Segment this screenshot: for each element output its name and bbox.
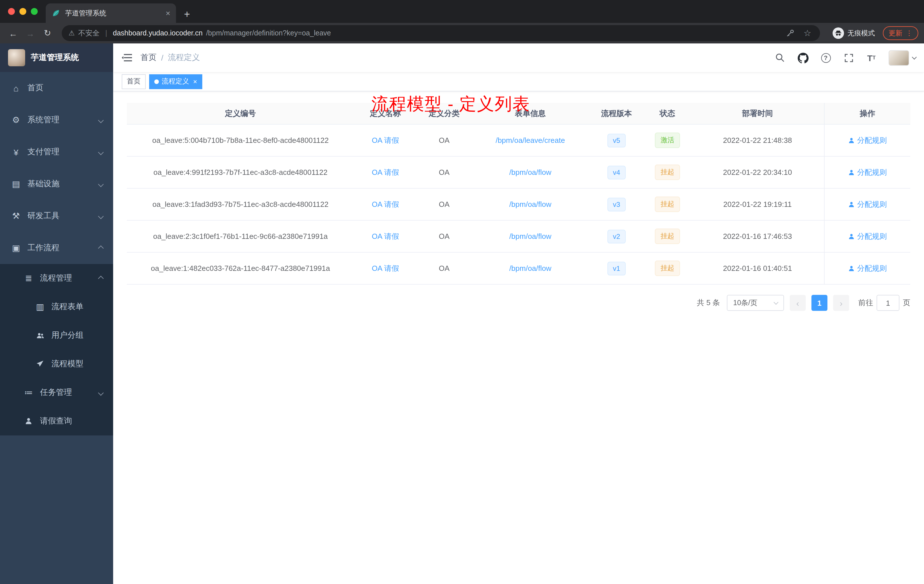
version-badge: v1 — [607, 261, 626, 275]
security-label[interactable]: 不安全 — [78, 28, 100, 38]
font-size-icon[interactable]: TT — [866, 52, 877, 63]
col-header-actions: 操作 — [824, 103, 910, 124]
assign-rule-button[interactable]: 分配规则 — [848, 231, 887, 241]
cell-definition-id: oa_leave:4:991f2193-7b7f-11ec-a3c8-acde4… — [127, 168, 354, 177]
person-icon — [848, 233, 855, 240]
form-link[interactable]: /bpm/oa/flow — [509, 264, 551, 272]
github-icon[interactable] — [797, 52, 808, 63]
status-badge: 挂起 — [655, 229, 680, 244]
form-link[interactable]: /bpm/oa/leave/create — [496, 136, 565, 145]
col-header-category: 定义分类 — [417, 108, 472, 119]
search-icon[interactable] — [774, 52, 786, 63]
prev-page-button[interactable]: ‹ — [790, 295, 806, 311]
sidebar-item-process-form[interactable]: ▥ 流程表单 — [0, 292, 113, 321]
form-link[interactable]: /bpm/oa/flow — [509, 168, 551, 177]
status-badge: 挂起 — [655, 196, 680, 212]
version-badge: v3 — [607, 198, 626, 211]
breadcrumb-home[interactable]: 首页 — [140, 53, 157, 63]
cell-definition-id: oa_leave:2:3c1f0ef1-76b1-11ec-9c66-a2380… — [127, 232, 354, 241]
version-badge: v5 — [607, 134, 626, 147]
definition-name-link[interactable]: OA 请假 — [372, 264, 399, 272]
assign-rule-button[interactable]: 分配规则 — [848, 263, 887, 274]
workflow-submenu: ≣ 流程管理 ▥ 流程表单 用户分组 — [0, 264, 113, 436]
tag-home[interactable]: 首页 — [122, 74, 146, 89]
sidebar-item-user-group[interactable]: 用户分组 — [0, 321, 113, 350]
sidebar-item-process-mgmt[interactable]: ≣ 流程管理 — [0, 264, 113, 292]
breadcrumb-separator: / — [161, 53, 163, 62]
avatar — [889, 50, 909, 66]
help-icon[interactable]: ? — [820, 52, 832, 63]
assign-rule-button[interactable]: 分配规则 — [848, 167, 887, 177]
browser-update-button[interactable]: 更新 ⋮ — [883, 26, 918, 40]
page-goto-input[interactable] — [876, 295, 899, 311]
main-pane: 首页 / 流程定义 ? T — [113, 43, 924, 584]
menu-kebab-icon[interactable]: ⋮ — [906, 29, 912, 37]
cell-deploy-time: 2022-01-22 20:34:10 — [691, 168, 824, 177]
person-icon — [848, 201, 855, 208]
col-header-form: 表单信息 — [472, 108, 589, 119]
definition-name-link[interactable]: OA 请假 — [372, 232, 399, 240]
user-avatar-menu[interactable] — [889, 50, 916, 66]
sidebar-item-process-model[interactable]: 流程模型 — [0, 350, 113, 378]
next-page-button[interactable]: › — [833, 295, 849, 311]
window-minimize-button[interactable] — [20, 8, 26, 15]
tab-close-icon[interactable]: × — [166, 8, 170, 18]
assign-rule-button[interactable]: 分配规则 — [848, 135, 887, 145]
back-icon[interactable]: ← — [6, 28, 21, 38]
new-tab-button[interactable]: + — [184, 9, 190, 20]
page-number-button[interactable]: 1 — [812, 295, 827, 311]
dashboard-icon: ⌂ — [10, 83, 22, 93]
sidebar-item-leave-query[interactable]: 请假查询 — [0, 407, 113, 436]
tags-view-bar: 首页 流程定义 × — [113, 72, 924, 91]
sidebar-logo[interactable]: 芋道管理系统 — [0, 43, 113, 72]
chevron-down-icon — [98, 390, 104, 396]
browser-tab[interactable]: 芋道管理系统 × — [46, 3, 176, 23]
forward-icon[interactable]: → — [23, 28, 38, 38]
table-row: oa_leave:5:004b710b-7b8a-11ec-8ef0-acde4… — [127, 125, 910, 157]
sidebar-item-task-mgmt[interactable]: ≔ 任务管理 — [0, 378, 113, 407]
hamburger-icon[interactable] — [113, 53, 140, 63]
browser-toolbar: ← → ↻ ⚠ 不安全 | dashboard.yudao.iocoder.cn… — [0, 23, 924, 43]
sidebar-item-workflow[interactable]: ▣ 工作流程 — [0, 232, 113, 264]
yen-icon: ¥ — [10, 147, 22, 157]
address-bar[interactable]: ⚠ 不安全 | dashboard.yudao.iocoder.cn /bpm/… — [62, 25, 820, 41]
sidebar-item-home[interactable]: ⌂ 首页 — [0, 72, 113, 104]
form-link[interactable]: /bpm/oa/flow — [509, 200, 551, 209]
form-link[interactable]: /bpm/oa/flow — [509, 232, 551, 241]
password-key-icon[interactable] — [785, 27, 796, 39]
chevron-down-icon — [98, 149, 104, 155]
definition-name-link[interactable]: OA 请假 — [372, 200, 399, 208]
update-label: 更新 — [889, 28, 902, 38]
window-close-button[interactable] — [8, 8, 15, 15]
sidebar-item-dev-tools[interactable]: ⚒ 研发工具 — [0, 200, 113, 232]
incognito-label: 无痕模式 — [847, 28, 875, 38]
window-zoom-button[interactable] — [31, 8, 38, 15]
sidebar-item-infrastructure[interactable]: ▤ 基础设施 — [0, 168, 113, 200]
chevron-down-icon — [98, 117, 104, 123]
status-badge: 激活 — [655, 133, 680, 148]
cell-category: OA — [417, 136, 472, 145]
definition-name-link[interactable]: OA 请假 — [372, 136, 399, 144]
cell-category: OA — [417, 232, 472, 241]
page-size-select[interactable]: 10条/页 — [727, 295, 784, 311]
reload-icon[interactable]: ↻ — [40, 28, 55, 38]
col-header-name: 定义名称 — [354, 108, 417, 119]
breadcrumb: 首页 / 流程定义 — [140, 53, 200, 63]
url-host: dashboard.yudao.iocoder.cn — [113, 29, 203, 37]
fullscreen-icon[interactable] — [843, 52, 854, 63]
assign-rule-button[interactable]: 分配规则 — [848, 199, 887, 210]
goto-unit: 页 — [903, 298, 910, 308]
navbar-actions: ? TT — [774, 50, 916, 66]
sidebar-item-system-mgmt[interactable]: ⚙ 系统管理 — [0, 104, 113, 136]
warning-icon: ⚠ — [69, 29, 75, 37]
cell-deploy-time: 2022-01-22 21:48:38 — [691, 136, 824, 145]
chevron-down-icon — [774, 300, 779, 305]
bookmark-star-icon[interactable]: ☆ — [802, 27, 813, 39]
goto-label: 前往 — [858, 298, 873, 308]
tag-close-icon[interactable]: × — [193, 78, 197, 86]
site-favicon-icon — [51, 8, 61, 18]
sidebar-item-payment-mgmt[interactable]: ¥ 支付管理 — [0, 136, 113, 168]
definition-name-link[interactable]: OA 请假 — [372, 168, 399, 176]
tag-process-definition[interactable]: 流程定义 × — [149, 74, 202, 89]
table-header-row: 定义编号 定义名称 定义分类 表单信息 流程版本 状态 部署时间 操作 — [127, 103, 910, 125]
